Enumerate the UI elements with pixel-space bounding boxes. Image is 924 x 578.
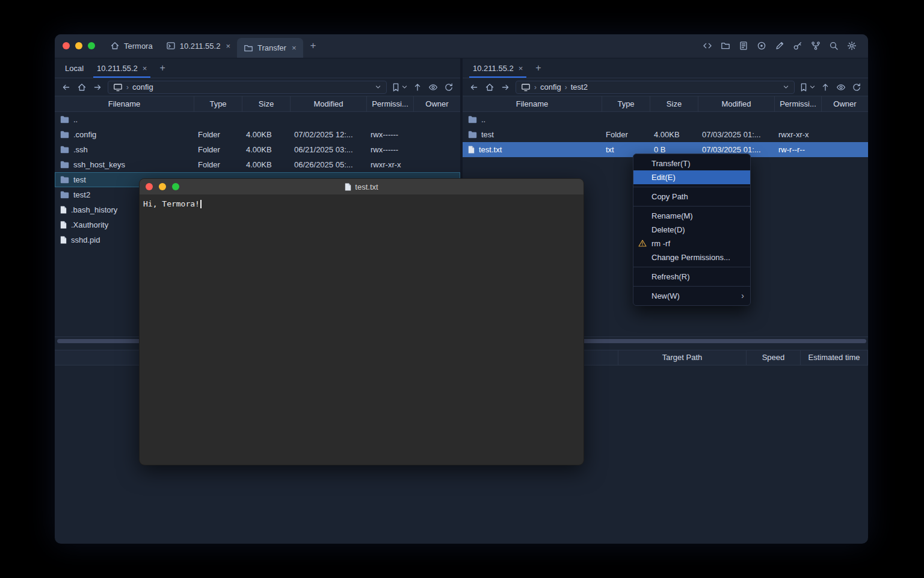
home-button[interactable] (76, 82, 87, 93)
toolbar-key-button[interactable] (792, 40, 803, 51)
path-field[interactable]: ›config (108, 81, 387, 94)
table-row[interactable]: .configFolder4.00KB07/02/2025 12:...rwx-… (55, 127, 460, 142)
path-field[interactable]: ›config›test2 (516, 81, 795, 94)
menu-item-copy-path[interactable]: Copy Path (633, 190, 750, 204)
file-panel-toolbar: ›config (55, 78, 460, 96)
toolbar-record-button[interactable] (756, 40, 767, 51)
close-button[interactable] (63, 42, 70, 49)
app-tab-termora[interactable]: Termora (103, 34, 159, 58)
menu-item-change-permissions[interactable]: Change Permissions... (633, 250, 750, 264)
toolbar-code-button[interactable] (702, 40, 713, 51)
menu-item-rm-rf[interactable]: rm -rf (633, 237, 750, 250)
toolbar-report-button[interactable] (738, 40, 749, 51)
toolbar-search-button[interactable] (828, 40, 839, 51)
cell-modified (291, 112, 367, 127)
back-button[interactable] (469, 82, 479, 93)
table-row[interactable]: .. (463, 112, 868, 127)
table-row[interactable]: testFolder4.00KB07/03/2025 01:...rwxr-xr… (463, 127, 868, 142)
toolbar-branch-button[interactable] (810, 40, 821, 51)
column-header-modified[interactable]: Modified (698, 96, 775, 111)
menu-item-edit-e[interactable]: Edit(E) (633, 170, 750, 184)
column-header-owner[interactable]: Owner (414, 96, 460, 111)
table-row[interactable]: .. (55, 112, 460, 127)
breadcrumb-segment[interactable]: config (132, 82, 153, 92)
editor-title: test.txt (140, 182, 584, 191)
app-tab-10-211-55-2[interactable]: 10.211.55.2× (159, 34, 237, 58)
column-header-size[interactable]: Size (650, 96, 698, 111)
breadcrumb-segment[interactable]: config (540, 82, 561, 92)
menu-item-delete-d[interactable]: Delete(D) (633, 223, 750, 237)
new-tab-button[interactable]: + (303, 34, 324, 58)
breadcrumb-separator: › (565, 83, 567, 92)
transfer-col-target-path[interactable]: Target Path (618, 350, 746, 365)
menu-item-refresh-r[interactable]: Refresh(R) (633, 270, 750, 284)
column-header-owner[interactable]: Owner (822, 96, 868, 111)
home-icon (110, 41, 120, 51)
column-header-modified[interactable]: Modified (291, 96, 367, 111)
column-header-size[interactable]: Size (242, 96, 291, 111)
menu-item-label: New(W) (651, 291, 680, 300)
close-tab-icon[interactable]: × (143, 64, 147, 73)
new-panel-tab-button[interactable]: + (153, 58, 171, 78)
menu-item-new-w[interactable]: New(W)› (633, 289, 750, 303)
parent-directory-button[interactable] (412, 82, 423, 93)
column-header-filename[interactable]: Filename (55, 96, 194, 111)
column-header-permissi[interactable]: Permissi... (775, 96, 822, 111)
table-row[interactable]: ssh_host_keysFolder4.00KB06/26/2025 05:.… (55, 157, 460, 172)
panel-tab-10-211-55-2[interactable]: 10.211.55.2× (466, 58, 529, 78)
code-icon (703, 41, 712, 51)
file-fill-icon (60, 236, 67, 244)
zoom-button[interactable] (88, 42, 95, 49)
transfer-col-speed[interactable]: Speed (746, 350, 800, 365)
search-icon (829, 41, 839, 51)
forward-button[interactable] (92, 82, 103, 93)
folder-fill-icon (468, 116, 477, 123)
menu-separator (633, 286, 750, 287)
editor-zoom-button[interactable] (172, 183, 179, 190)
cell-permissions: rwxr-xr-x (775, 127, 822, 142)
panel-tab-local[interactable]: Local (58, 58, 90, 78)
chevron-down-icon[interactable] (375, 84, 381, 90)
text-cursor (200, 200, 202, 208)
refresh-button[interactable] (851, 82, 862, 93)
menu-item-label: Rename(M) (651, 211, 693, 220)
editor-minimize-button[interactable] (159, 183, 166, 190)
back-button[interactable] (61, 82, 72, 93)
home-button[interactable] (484, 82, 495, 93)
breadcrumb-segment[interactable]: test2 (571, 82, 588, 92)
column-header-type[interactable]: Type (194, 96, 242, 111)
bookmarks-button[interactable] (392, 82, 407, 93)
cell-permissions: rw-r--r-- (775, 142, 822, 157)
toolbar-folder-button[interactable] (720, 40, 731, 51)
menu-item-label: Transfer(T) (651, 159, 691, 168)
column-header-filename[interactable]: Filename (463, 96, 602, 111)
eye-icon (836, 82, 846, 92)
table-row[interactable]: .sshFolder4.00KB06/21/2025 03:...rwx----… (55, 142, 460, 157)
close-tab-icon[interactable]: × (292, 43, 297, 52)
refresh-button[interactable] (443, 82, 454, 93)
forward-button[interactable] (500, 82, 511, 93)
parent-directory-button[interactable] (820, 82, 831, 93)
menu-item-transfer-t[interactable]: Transfer(T) (633, 157, 750, 170)
branch-icon (811, 41, 821, 51)
close-tab-icon[interactable]: × (226, 42, 230, 51)
editor-close-button[interactable] (146, 183, 153, 190)
view-button[interactable] (428, 82, 439, 93)
menu-item-rename-m[interactable]: Rename(M) (633, 209, 750, 223)
filename-text: ssh_host_keys (73, 157, 125, 172)
bookmarks-button[interactable] (799, 82, 815, 93)
minimize-button[interactable] (75, 42, 82, 49)
close-tab-icon[interactable]: × (519, 64, 523, 73)
transfer-col-estimated-time[interactable]: Estimated time (800, 350, 868, 365)
editor-titlebar[interactable]: test.txt (140, 179, 584, 195)
editor-content[interactable]: Hi, Termora! (140, 195, 584, 213)
new-panel-tab-button[interactable]: + (529, 58, 547, 78)
column-header-permissi[interactable]: Permissi... (367, 96, 414, 111)
panel-tab-10-211-55-2[interactable]: 10.211.55.2× (90, 58, 153, 78)
column-header-type[interactable]: Type (602, 96, 650, 111)
toolbar-settings-button[interactable] (846, 40, 857, 51)
toolbar-pencil-button[interactable] (774, 40, 785, 51)
view-button[interactable] (836, 82, 846, 93)
app-tab-transfer[interactable]: Transfer× (237, 38, 303, 58)
chevron-down-icon[interactable] (783, 84, 789, 90)
